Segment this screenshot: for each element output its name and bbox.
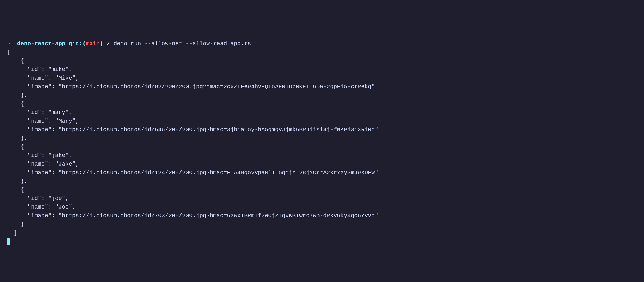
- git-label: git:(: [69, 40, 86, 47]
- output-line: {: [7, 144, 24, 150]
- output-line: "name": "Jake",: [7, 161, 79, 167]
- output-line: "name": "Mary",: [7, 118, 79, 124]
- output-line: "name": "Joe",: [7, 204, 76, 210]
- output-line: "image": "https://i.picsum.photos/id/703…: [7, 212, 378, 219]
- output-line: {: [7, 58, 24, 64]
- terminal-container[interactable]: → deno-react-app git:(main) ✗ deno run -…: [7, 40, 637, 246]
- output-line: [: [7, 49, 10, 56]
- output-line: }: [7, 221, 24, 228]
- git-close-paren: ): [100, 40, 103, 47]
- output-line: },: [7, 92, 28, 99]
- prompt-line: → deno-react-app git:(main) ✗ deno run -…: [7, 40, 251, 47]
- output-line: ]: [7, 230, 17, 236]
- git-branch: main: [86, 40, 100, 47]
- directory-name: deno-react-app: [17, 40, 65, 47]
- output-line: "image": "https://i.picsum.photos/id/646…: [7, 126, 378, 133]
- command-text: deno run --allow-net --allow-read app.ts: [113, 40, 251, 47]
- output-line: "name": "Mike",: [7, 75, 79, 81]
- output-line: },: [7, 178, 28, 185]
- output-line: "image": "https://i.picsum.photos/id/92/…: [7, 83, 375, 90]
- output-line: },: [7, 135, 28, 142]
- output-line: "id": "joe",: [7, 195, 69, 202]
- dirty-symbol-icon: ✗: [107, 40, 110, 47]
- output-line: "id": "mary",: [7, 109, 72, 116]
- output-line: "image": "https://i.picsum.photos/id/124…: [7, 169, 378, 176]
- output-line: {: [7, 187, 24, 193]
- arrow-icon: →: [7, 40, 10, 47]
- output-line: "id": "mike",: [7, 66, 72, 73]
- cursor-icon: [7, 238, 10, 245]
- output-line: "id": "jake",: [7, 152, 72, 159]
- output-line: {: [7, 101, 24, 107]
